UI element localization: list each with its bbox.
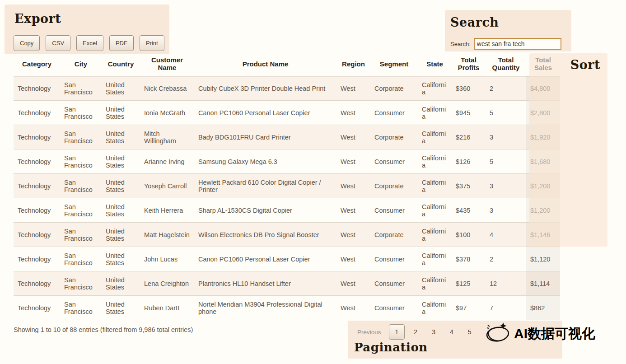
table-cell: Consumer [370,271,418,296]
table-cell: San Francisco [60,76,102,101]
table-cell: Sharp AL-1530CS Digital Copier [194,198,336,223]
export-annotation-box: Export CopyCSVExcelPDFPrint [5,5,169,54]
table-cell: 4 [486,223,526,247]
export-buttons: CopyCSVExcelPDFPrint [14,35,164,51]
table-cell: West [336,271,370,296]
table-cell: Consumer [370,296,418,320]
pagination-page-2[interactable]: 2 [408,325,423,339]
pagination-page-5[interactable]: 5 [462,325,477,339]
table-cell: San Francisco [60,296,102,320]
table-cell: $360 [452,76,486,101]
search-row: Search: [450,38,561,50]
table-cell: Matt Hagelstein [140,223,194,247]
table-header: CategoryCityCountryCustomer NameProduct … [14,53,560,76]
table-cell: 2 [486,76,526,101]
export-label: Export [14,12,61,26]
table-cell: United States [102,247,140,271]
table-cell: Yoseph Carroll [140,174,194,198]
pagination-page-4[interactable]: 4 [444,325,459,339]
table-cell: California [418,101,452,125]
table-cell: Samsung Galaxy Mega 6.3 [194,149,336,174]
table-cell: United States [102,149,140,174]
table-cell: Ionia McGrath [140,101,194,125]
table-cell: San Francisco [60,101,102,125]
table-cell: West [336,296,370,320]
column-header-total-profits[interactable]: Total Profits [452,53,486,76]
table-cell: $125 [452,271,486,296]
table-cell: $375 [452,174,486,198]
table-row: TechnologySan FranciscoUnited StatesYose… [14,174,560,198]
table-cell: West [336,101,370,125]
table-cell: California [418,76,452,101]
column-header-region[interactable]: Region [336,53,370,76]
table-cell: California [418,174,452,198]
table-cell: Ruben Dartt [140,296,194,320]
table-cell: Canon PC1060 Personal Laser Copier [194,247,336,271]
pagination-page-3[interactable]: 3 [426,325,441,339]
table-cell: Corporate [370,125,418,149]
header-row: CategoryCityCountryCustomer NameProduct … [14,53,560,76]
table-cell: 2 [486,247,526,271]
search-field-label: Search: [450,41,471,47]
table-cell: $945 [452,101,486,125]
pagination-previous-button[interactable]: Previous [353,326,385,339]
column-header-state[interactable]: State [418,53,452,76]
table-cell: West [336,223,370,247]
table-cell: United States [102,198,140,223]
table-cell: Technology [14,271,60,296]
table-row: TechnologySan FranciscoUnited StatesAria… [14,149,560,174]
table-cell: Consumer [370,198,418,223]
table-cell: Plantronics HL10 Handset Lifter [194,271,336,296]
table-cell: $862 [526,296,560,320]
table-cell: United States [102,271,140,296]
column-header-category[interactable]: Category [14,53,60,76]
table-cell: Lena Creighton [140,271,194,296]
search-label-title: Search [450,15,499,29]
table-cell: Canon PC1060 Personal Laser Copier [194,101,336,125]
table-row: TechnologySan FranciscoUnited StatesJohn… [14,247,560,271]
column-header-product-name[interactable]: Product Name [194,53,336,76]
table-row: TechnologySan FranciscoUnited StatesKeit… [14,198,560,223]
table-cell: Technology [14,174,60,198]
table-cell: United States [102,296,140,320]
table-cell: Consumer [370,101,418,125]
table-cell: Technology [14,101,60,125]
export-button-pdf[interactable]: PDF [109,35,134,51]
column-header-city[interactable]: City [60,53,102,76]
column-header-total-quantity[interactable]: Total Quantity [486,53,526,76]
column-header-customer-name[interactable]: Customer Name [140,53,194,76]
table-cell: California [418,149,452,174]
table-cell: $1,120 [526,247,560,271]
table-cell: Consumer [370,149,418,174]
table-cell: Keith Herrera [140,198,194,223]
column-header-country[interactable]: Country [102,53,140,76]
table-cell: John Lucas [140,247,194,271]
export-button-csv[interactable]: CSV [46,35,70,51]
column-header-segment[interactable]: Segment [370,53,418,76]
table-cell: $126 [452,149,486,174]
table-cell: 7 [486,296,526,320]
table-cell: San Francisco [60,223,102,247]
page: Export CopyCSVExcelPDFPrint Search Searc… [0,0,626,364]
search-input[interactable] [474,38,561,50]
table-cell: California [418,125,452,149]
table-cell: Corporate [370,223,418,247]
table-cell: Bady BDG101FRU Card Printer [194,125,336,149]
table-cell: Technology [14,247,60,271]
table-cell: United States [102,125,140,149]
table-cell: West [336,125,370,149]
export-button-copy[interactable]: Copy [14,35,40,51]
table-cell: 3 [486,125,526,149]
table-cell: Wilson Electronics DB Pro Signal Booster [194,223,336,247]
pagination-page-1[interactable]: 1 [389,324,405,340]
table-cell: Nick Crebassa [140,76,194,101]
table-cell: California [418,271,452,296]
export-button-print[interactable]: Print [140,35,164,51]
watermark-logo-icon [484,321,510,347]
table-cell: California [418,198,452,223]
table-cell: Technology [14,76,60,101]
table-cell: San Francisco [60,271,102,296]
table-cell: $1,114 [526,271,560,296]
export-button-excel[interactable]: Excel [76,35,103,51]
watermark: AI数据可视化 [484,321,595,347]
